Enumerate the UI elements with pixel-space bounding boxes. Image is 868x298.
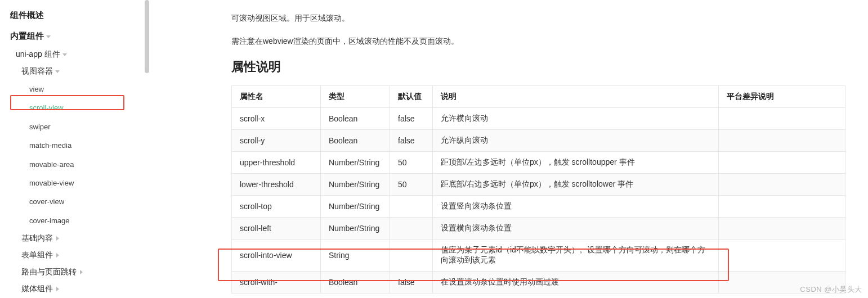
- nav-builtin-heading[interactable]: 内置组件: [0, 26, 149, 46]
- table-row: scroll-top Number/String 设置竖向滚动条位置: [232, 196, 845, 218]
- th-type: 类型: [321, 86, 390, 108]
- nav-item-cover-view[interactable]: cover-view: [0, 192, 149, 211]
- th-default: 默认值: [390, 86, 433, 108]
- nav-group-view-container-label: 视图容器: [21, 66, 53, 76]
- sidebar-scrollbar-thumb[interactable]: [145, 0, 149, 73]
- nav-item-scroll-view[interactable]: scroll-view: [0, 98, 149, 117]
- nav-group-form[interactable]: 表单组件: [0, 247, 149, 264]
- cell-name: scroll-x: [232, 108, 321, 130]
- nav-group-media[interactable]: 媒体组件: [0, 281, 149, 297]
- cell-default: [390, 218, 433, 240]
- nav-group-uniapp-label: uni-app 组件: [16, 49, 60, 60]
- nav-item-view[interactable]: view: [0, 80, 149, 98]
- cell-name: scroll-y: [232, 130, 321, 152]
- sidebar: 组件概述 内置组件 uni-app 组件 视图容器 view scroll-vi…: [0, 0, 149, 298]
- chevron-right-icon: [56, 236, 59, 241]
- nav-item-match-media[interactable]: match-media: [0, 136, 149, 155]
- cell-name: scroll-top: [232, 196, 321, 218]
- cell-name: scroll-with-: [232, 272, 321, 294]
- cell-desc: 在设置滚动条位置时使用动画过渡: [433, 272, 719, 294]
- cell-type: Boolean: [321, 130, 390, 152]
- chevron-right-icon: [80, 270, 83, 274]
- table-row: scroll-into-view String 值应为某子元素id（id不能以数…: [232, 240, 845, 272]
- table-header-row: 属性名 类型 默认值 说明 平台差异说明: [232, 86, 845, 108]
- cell-type: Number/String: [321, 174, 390, 196]
- table-row: scroll-x Boolean false 允许横向滚动: [232, 108, 845, 130]
- cell-name: scroll-into-view: [232, 240, 321, 272]
- nav-item-movable-view[interactable]: movable-view: [0, 174, 149, 192]
- chevron-right-icon: [56, 287, 59, 291]
- nav-group-basic-label: 基础内容: [21, 233, 53, 243]
- nav-overview[interactable]: 组件概述: [0, 7, 149, 26]
- cell-default: 50: [390, 174, 433, 196]
- cell-desc: 允许横向滚动: [433, 108, 719, 130]
- cell-name: lower-threshold: [232, 174, 321, 196]
- nav-builtin-label: 内置组件: [10, 31, 44, 42]
- table-row: scroll-with- Boolean false 在设置滚动条位置时使用动画…: [232, 272, 845, 294]
- cell-default: [390, 240, 433, 272]
- cell-platform: [719, 174, 845, 196]
- sidebar-scrollbar[interactable]: [145, 0, 149, 298]
- chevron-down-icon: [46, 35, 51, 38]
- cell-platform: [719, 240, 845, 272]
- nav-group-basic[interactable]: 基础内容: [0, 230, 149, 247]
- nav-group-route[interactable]: 路由与页面跳转: [0, 264, 149, 281]
- cell-platform: [719, 152, 845, 174]
- table-row: upper-threshold Number/String 50 距顶部/左边多…: [232, 152, 845, 174]
- cell-default: false: [390, 130, 433, 152]
- cell-name: upper-threshold: [232, 152, 321, 174]
- cell-default: 50: [390, 152, 433, 174]
- nav-item-swiper[interactable]: swiper: [0, 118, 149, 136]
- nav-item-movable-area[interactable]: movable-area: [0, 155, 149, 174]
- cell-type: Number/String: [321, 196, 390, 218]
- th-name: 属性名: [232, 86, 321, 108]
- cell-type: String: [321, 240, 390, 272]
- nav-group-uniapp[interactable]: uni-app 组件: [0, 46, 149, 63]
- cell-desc: 距顶部/左边多远时（单位px），触发 scrolltoupper 事件: [433, 152, 719, 174]
- cell-desc: 允许纵向滚动: [433, 130, 719, 152]
- cell-desc: 设置竖向滚动条位置: [433, 196, 719, 218]
- intro-paragraph-1: 可滚动视图区域。用于区域滚动。: [231, 11, 845, 25]
- main-content: 可滚动视图区域。用于区域滚动。 需注意在webview渲染的页面中，区域滚动的性…: [149, 0, 868, 298]
- chevron-down-icon: [62, 53, 67, 56]
- watermark: CSDN @小吴头大: [800, 285, 862, 295]
- intro-paragraph-2: 需注意在webview渲染的页面中，区域滚动的性能不及页面滚动。: [231, 34, 845, 48]
- cell-desc: 距底部/右边多远时（单位px），触发 scrolltolower 事件: [433, 174, 719, 196]
- nav-group-form-label: 表单组件: [21, 250, 53, 260]
- cell-type: Boolean: [321, 272, 390, 294]
- table-row: lower-threshold Number/String 50 距底部/右边多…: [232, 174, 845, 196]
- cell-desc: 设置横向滚动条位置: [433, 218, 719, 240]
- chevron-down-icon: [55, 70, 60, 73]
- cell-type: Number/String: [321, 218, 390, 240]
- nav-item-cover-image[interactable]: cover-image: [0, 211, 149, 230]
- table-row: scroll-left Number/String 设置横向滚动条位置: [232, 218, 845, 240]
- th-platform: 平台差异说明: [719, 86, 845, 108]
- cell-default: false: [390, 272, 433, 294]
- nav-group-view-container[interactable]: 视图容器: [0, 63, 149, 80]
- cell-platform: [719, 130, 845, 152]
- cell-default: false: [390, 108, 433, 130]
- cell-platform: [719, 218, 845, 240]
- th-desc: 说明: [433, 86, 719, 108]
- cell-type: Number/String: [321, 152, 390, 174]
- cell-default: [390, 196, 433, 218]
- props-table: 属性名 类型 默认值 说明 平台差异说明 scroll-x Boolean fa…: [231, 85, 845, 294]
- cell-type: Boolean: [321, 108, 390, 130]
- cell-desc: 值应为某子元素id（id不能以数字开头）。设置哪个方向可滚动，则在哪个方向滚动到…: [433, 240, 719, 272]
- cell-platform: [719, 108, 845, 130]
- props-heading: 属性说明: [231, 58, 845, 75]
- nav-group-route-label: 路由与页面跳转: [21, 267, 77, 277]
- cell-name: scroll-left: [232, 218, 321, 240]
- cell-platform: [719, 196, 845, 218]
- nav-group-media-label: 媒体组件: [21, 284, 53, 294]
- chevron-right-icon: [56, 253, 59, 258]
- table-row: scroll-y Boolean false 允许纵向滚动: [232, 130, 845, 152]
